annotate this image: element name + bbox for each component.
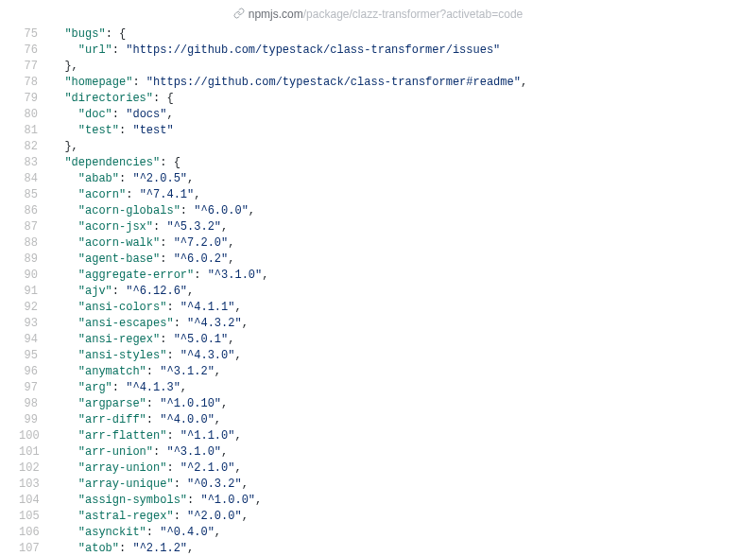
code-line: 78 "homepage": "https://github.com/types… [19,75,756,91]
json-string: "^2.1.0" [180,461,235,475]
json-punct: , [262,269,268,282]
json-punct: : [119,542,132,555]
json-punct: : [166,349,180,362]
line-content: "arg": "^4.1.3", [51,380,756,396]
line-number: 86 [19,203,51,219]
json-string: "https://github.com/typestack/class-tran… [126,43,500,57]
json-key: "acorn-globals" [78,204,180,217]
json-key: "assign-symbols" [78,494,187,507]
json-string: "^0.3.2" [187,478,242,491]
line-content: "atob": "^2.1.2", [51,541,756,556]
json-string: "^4.1.1" [180,301,235,314]
json-punct: : [146,397,160,410]
json-string: "^2.1.2" [132,542,187,555]
line-content: "arr-union": "^3.1.0", [51,444,756,460]
line-content: "ajv": "^6.12.6", [51,284,756,300]
line-number: 90 [19,268,51,284]
json-string: "^6.12.6" [126,285,187,298]
code-line: 79 "directories": { [19,91,756,107]
line-number: 94 [19,332,51,348]
code-line: 98 "argparse": "^1.0.10", [19,396,756,412]
code-line: 89 "agent-base": "^6.0.2", [19,252,756,268]
json-key: "directories" [64,92,153,105]
code-line: 107 "atob": "^2.1.2", [19,541,756,556]
json-string: "^5.3.2" [166,220,221,234]
code-line: 77 }, [19,59,756,75]
json-key: "dependencies" [64,156,160,169]
line-content: "argparse": "^1.0.10", [51,396,756,412]
json-punct: , [187,172,194,185]
json-key: "anymatch" [78,365,146,378]
line-content: "ansi-escapes": "^4.3.2", [51,316,756,332]
line-number: 95 [19,348,51,364]
json-punct: : [126,188,139,201]
code-line: 82 }, [19,139,756,155]
line-number: 85 [19,187,51,203]
json-punct: , [228,236,234,250]
json-punct: : [174,478,187,491]
json-punct: : [132,76,146,89]
json-string: "^3.1.0" [166,445,221,459]
code-line: 106 "asynckit": "^0.4.0", [19,525,756,541]
json-punct: : { [160,156,180,169]
line-number: 102 [19,460,51,477]
json-punct: , [187,285,194,298]
line-content: "test": "test" [51,123,756,139]
json-punct: , [234,429,241,443]
code-line: 104 "assign-symbols": "^1.0.0", [19,493,756,509]
line-number: 99 [19,412,51,428]
line-number: 84 [19,171,51,187]
code-line: 85 "acorn": "^7.4.1", [19,187,756,203]
line-content: "acorn-globals": "^6.0.0", [51,203,756,219]
line-number: 107 [19,541,51,556]
line-number: 101 [19,444,51,460]
json-punct: : [174,317,187,330]
code-line: 87 "acorn-jsx": "^5.3.2", [19,219,756,235]
url-host: npmjs.com [249,8,303,21]
json-punct: : [194,269,207,282]
line-number: 81 [19,123,51,139]
json-key: "acorn-walk" [78,236,160,250]
code-line: 105 "astral-regex": "^2.0.0", [19,509,756,525]
line-number: 88 [19,235,51,252]
json-punct: : [146,365,160,378]
json-punct: , [187,542,194,555]
code-line: 103 "array-unique": "^0.3.2", [19,477,756,493]
code-line: 93 "ansi-escapes": "^4.3.2", [19,316,756,332]
line-number: 79 [19,91,51,107]
line-number: 106 [19,525,51,541]
json-key: "argparse" [78,397,146,410]
json-string: "test" [132,124,173,137]
json-string: "^1.0.0" [200,494,255,507]
json-punct: , [221,220,228,234]
json-string: "^6.0.0" [194,204,249,217]
json-punct: : { [153,92,174,105]
line-content: "arr-diff": "^4.0.0", [51,412,756,428]
json-punct: , [228,333,234,346]
json-punct: : [146,413,160,426]
json-punct: , [242,478,249,491]
json-string: "^4.0.0" [160,413,215,426]
code-line: 90 "aggregate-error": "^3.1.0", [19,268,756,284]
json-string: "^3.1.0" [208,269,263,282]
json-punct: : [160,333,173,346]
json-key: "test" [78,124,119,137]
json-key: "arr-union" [78,445,153,459]
line-content: "astral-regex": "^2.0.0", [51,509,756,525]
json-punct: : [119,124,132,137]
json-key: "ansi-colors" [78,301,167,314]
json-punct: , [521,76,527,89]
json-punct: , [194,188,200,201]
json-punct: , [215,365,221,378]
line-content: "acorn": "^7.4.1", [51,187,756,203]
line-number: 91 [19,284,51,300]
line-content: "abab": "^2.0.5", [51,171,756,187]
json-string: "^1.1.0" [180,429,235,443]
code-line: 95 "ansi-styles": "^4.3.0", [19,348,756,364]
code-line: 94 "ansi-regex": "^5.0.1", [19,332,756,348]
json-key: "acorn-jsx" [78,220,153,234]
json-punct: : [112,381,126,394]
json-punct: , [221,445,228,459]
line-number: 77 [19,59,51,75]
line-number: 105 [19,509,51,525]
